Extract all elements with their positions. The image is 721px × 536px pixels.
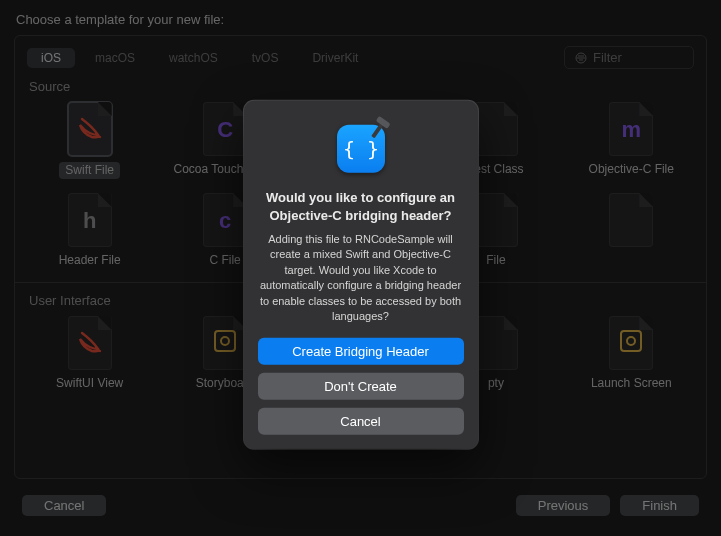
dialog-cancel-button[interactable]: Cancel	[258, 408, 464, 435]
dialog-heading: Would you like to configure an Objective…	[258, 189, 464, 224]
dont-create-button[interactable]: Don't Create	[258, 373, 464, 400]
create-bridging-header-button[interactable]: Create Bridging Header	[258, 338, 464, 365]
dialog-body: Adding this file to RNCodeSample will cr…	[258, 232, 464, 324]
xcode-icon: { }	[331, 119, 391, 179]
bridging-header-dialog: { } Would you like to configure an Objec…	[244, 101, 478, 449]
